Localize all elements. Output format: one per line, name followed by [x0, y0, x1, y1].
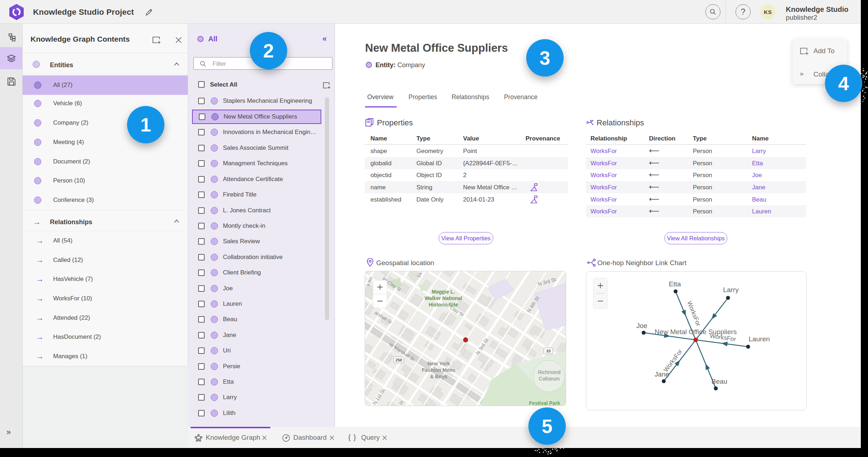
svg-text:Walker National: Walker National: [425, 295, 462, 301]
svg-text:250: 250: [396, 358, 402, 362]
svg-text:Lauren: Lauren: [748, 335, 770, 343]
svg-text:33: 33: [546, 349, 550, 353]
svg-text:Joe: Joe: [636, 322, 648, 329]
svg-text:Richmond: Richmond: [538, 369, 560, 375]
svg-text:Etta: Etta: [669, 280, 681, 288]
svg-text:& Boys: & Boys: [430, 374, 447, 379]
svg-text:Fashion Mens: Fashion Mens: [422, 367, 456, 373]
svg-text:New York: New York: [428, 361, 450, 366]
svg-text:Coliseum: Coliseum: [539, 376, 560, 382]
svg-text:Festival Park: Festival Park: [529, 400, 560, 406]
svg-text:Maggie L.: Maggie L.: [432, 289, 455, 295]
svg-text:Historic Site: Historic Site: [429, 302, 458, 308]
svg-text:Larry: Larry: [723, 286, 739, 294]
svg-text:Beau: Beau: [711, 378, 727, 385]
